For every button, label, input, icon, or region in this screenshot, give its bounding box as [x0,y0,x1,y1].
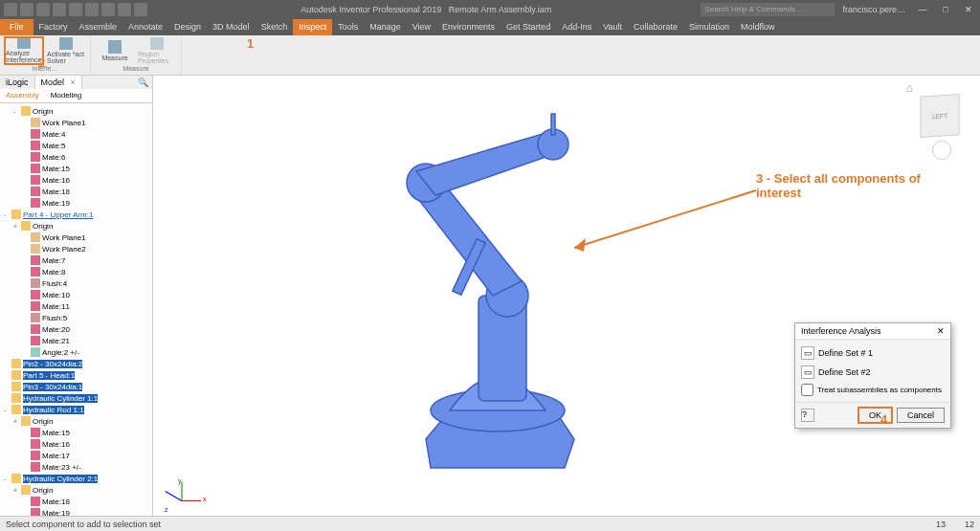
menu-inspect[interactable]: Inspect [293,19,332,35]
dialog-close-icon[interactable]: ✕ [937,326,945,336]
expand-icon[interactable]: - [13,108,21,115]
tree-node[interactable]: Flush:5 [0,312,152,323]
home-view-icon[interactable]: ⌂ [906,81,913,95]
close-icon[interactable]: × [71,77,76,87]
dialog-titlebar[interactable]: Interference Analysis ✕ [795,323,950,340]
expand-icon[interactable]: + [13,223,21,230]
qat-fx-icon[interactable] [134,3,147,16]
viewcube[interactable]: LEFT [920,94,959,138]
define-set-2[interactable]: ▭ Define Set #2 [801,363,945,382]
menu-manage[interactable]: Manage [364,19,407,35]
help-search-input[interactable]: Search Help & Commands… [701,3,835,16]
menu-get-started[interactable]: Get Started [501,19,556,35]
expand-icon[interactable]: - [4,476,11,482]
ok-button[interactable]: OK [858,407,893,424]
tree-node[interactable]: Pin3 - 30x24dia:1 [0,381,152,392]
tree-node[interactable]: Mate:19 [0,197,152,209]
tree-node[interactable]: Mate:15 [0,163,152,174]
tree-node[interactable]: Mate:16 [0,438,152,450]
expand-icon[interactable]: - [4,407,11,413]
tree-node[interactable]: -Origin [0,105,152,117]
qat-save-icon[interactable] [36,3,50,16]
qat-open-icon[interactable] [20,3,33,16]
menu-view[interactable]: View [407,19,436,35]
select-set1-icon[interactable]: ▭ [801,346,814,360]
expand-icon[interactable]: + [13,418,21,425]
tree-node[interactable]: Work Plane1 [0,232,152,243]
expand-icon[interactable]: + [13,487,21,494]
subtab-assembly[interactable]: Assembly [0,89,45,102]
menu-factory[interactable]: Factory [33,19,74,35]
tree-node[interactable]: Mate:18 [0,186,152,197]
qat-redo-icon[interactable] [69,3,82,16]
qat-undo-icon[interactable] [53,3,66,16]
user-area[interactable]: francisco.pere… [842,5,911,14]
close-button[interactable]: ✕ [957,0,980,19]
tree-node[interactable]: Hydraulic Cylinder 1:1 [0,392,152,404]
tree-node[interactable]: Pin2 - 30x24dia:2 [0,358,152,369]
menu-environments[interactable]: Environments [436,19,501,35]
treat-subassemblies-checkbox[interactable]: Treat subassemblies as components [801,382,945,398]
tree-node[interactable]: -Hydraulic Cylinder 2:1 [0,473,152,484]
model-tree[interactable]: -OriginWork Plane1Mate:4Mate:5Mate:6Mate… [0,103,152,516]
tree-node[interactable]: Mate:6 [0,151,152,163]
tree-node[interactable]: Angle:2 +/- [0,346,152,358]
tree-node[interactable]: Mate:15 [0,427,152,438]
tree-node[interactable]: Mate:19 [0,507,152,516]
qat-material-icon[interactable] [101,3,115,16]
viewport[interactable]: ⌂ LEFT [153,76,980,516]
menu-annotate[interactable]: Annotate [122,19,168,35]
menu-vault[interactable]: Vault [597,19,628,35]
minimize-button[interactable]: — [911,0,934,19]
tree-node[interactable]: Work Plane2 [0,243,152,254]
tree-node[interactable]: Mate:5 [0,140,152,151]
expand-icon[interactable]: - [4,211,11,218]
menu-simulation[interactable]: Simulation [683,19,735,35]
select-set2-icon[interactable]: ▭ [801,365,814,379]
menu-collaborate[interactable]: Collaborate [628,19,683,35]
tree-node[interactable]: Flush:4 [0,277,152,289]
ribbon-btn-activate-act-solver[interactable]: Activate *act Solver [46,36,86,65]
search-icon[interactable]: 🔍 [134,76,152,89]
tree-node[interactable]: Mate:20 [0,323,152,335]
tree-node[interactable]: Mate:10 [0,289,152,300]
menu-moldflow[interactable]: Moldflow [735,19,781,35]
tree-node[interactable]: Mate:18 [0,496,152,507]
tree-node[interactable]: Mate:8 [0,266,152,277]
checkbox-input[interactable] [801,384,813,396]
tree-node[interactable]: Mate:7 [0,254,152,266]
tree-node[interactable]: Mate:21 [0,335,152,346]
tree-node[interactable]: +Origin [0,484,152,496]
tree-node[interactable]: Mate:17 [0,450,152,461]
tab-ilogic[interactable]: iLogic [0,76,35,89]
tree-node[interactable]: +Origin [0,415,152,427]
menu-add-ins[interactable]: Add-Ins [556,19,597,35]
tree-node[interactable]: Mate:4 [0,128,152,140]
tree-node[interactable]: Mate:23 +/- [0,461,152,473]
tab-model[interactable]: Model × [35,76,82,89]
tree-node[interactable]: Mate:11 [0,300,152,312]
menu-assemble[interactable]: Assemble [74,19,123,35]
qat-new-icon[interactable] [4,3,17,16]
tree-node[interactable]: -Hydraulic Rod 1:1 [0,404,152,415]
qat-appearance-icon[interactable] [118,3,131,16]
tree-node[interactable]: Work Plane1 [0,117,152,128]
axis-y-label: y [178,477,182,484]
maximize-button[interactable]: □ [934,0,957,19]
cancel-button[interactable]: Cancel [897,408,945,423]
tree-node[interactable]: Mate:16 [0,174,152,186]
menu-3d-model[interactable]: 3D Model [207,19,256,35]
help-icon[interactable]: ? [801,409,814,422]
subtab-modeling[interactable]: Modeling [45,89,87,102]
file-menu[interactable]: File [0,19,33,35]
define-set-1[interactable]: ▭ Define Set # 1 [801,343,945,363]
qat-home-icon[interactable] [85,3,99,16]
menu-sketch[interactable]: Sketch [256,19,294,35]
tree-node[interactable]: +Origin [0,220,152,232]
menu-tools[interactable]: Tools [332,19,364,35]
ribbon-btn-measure[interactable]: Measure [95,36,135,65]
tree-node[interactable]: Part 5 - Head:1 [0,369,152,381]
nav-wheel-icon[interactable] [932,141,951,160]
tree-node[interactable]: -Part 4 - Upper Arm:1 [0,209,152,220]
menu-design[interactable]: Design [168,19,207,35]
